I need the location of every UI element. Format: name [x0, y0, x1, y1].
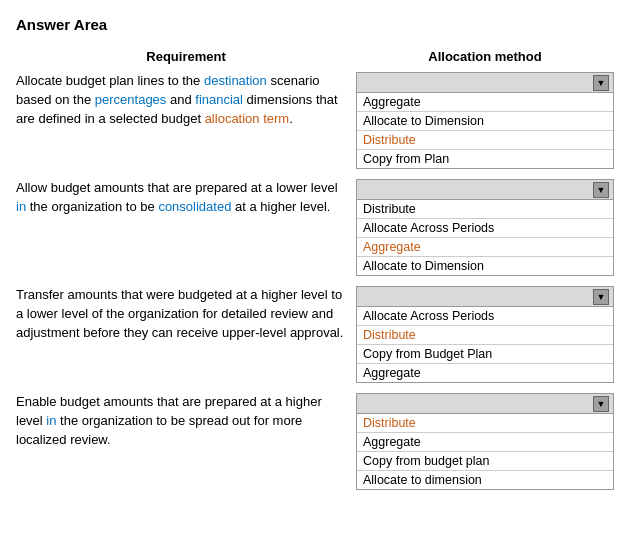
- list-item[interactable]: Allocate to dimension: [357, 471, 613, 489]
- list-item[interactable]: Distribute: [357, 414, 613, 433]
- requirement-text-2: Allow budget amounts that are prepared a…: [16, 179, 356, 217]
- list-item[interactable]: Distribute: [357, 200, 613, 219]
- page-title: Answer Area: [16, 16, 614, 33]
- dropdown-header-2[interactable]: ▼: [357, 180, 613, 200]
- list-item[interactable]: Allocate Across Periods: [357, 307, 613, 326]
- list-item[interactable]: Aggregate: [357, 433, 613, 452]
- requirement-text-3: Transfer amounts that were budgeted at a…: [16, 286, 356, 343]
- table-row: Allocate budget plan lines to the destin…: [16, 72, 614, 169]
- requirement-header: Requirement: [16, 49, 356, 64]
- requirement-text-1: Allocate budget plan lines to the destin…: [16, 72, 356, 129]
- main-layout: Requirement Allocation method Allocate b…: [16, 49, 614, 500]
- dropdown-arrow-2[interactable]: ▼: [593, 182, 609, 198]
- list-item[interactable]: Allocate Across Periods: [357, 219, 613, 238]
- list-item[interactable]: Distribute: [357, 131, 613, 150]
- column-headers: Requirement Allocation method: [16, 49, 614, 64]
- list-item[interactable]: Allocate to Dimension: [357, 257, 613, 275]
- dropdown-arrow-3[interactable]: ▼: [593, 289, 609, 305]
- allocation-dropdown-3[interactable]: ▼ Allocate Across Periods Distribute Cop…: [356, 286, 614, 383]
- table-row: Allow budget amounts that are prepared a…: [16, 179, 614, 276]
- list-item[interactable]: Copy from Plan: [357, 150, 613, 168]
- requirement-text-4: Enable budget amounts that are prepared …: [16, 393, 356, 450]
- list-item[interactable]: Copy from budget plan: [357, 452, 613, 471]
- list-item[interactable]: Distribute: [357, 326, 613, 345]
- list-item[interactable]: Aggregate: [357, 93, 613, 112]
- dropdown-arrow-1[interactable]: ▼: [593, 75, 609, 91]
- allocation-header: Allocation method: [356, 49, 614, 64]
- list-item[interactable]: Aggregate: [357, 238, 613, 257]
- dropdown-header-3[interactable]: ▼: [357, 287, 613, 307]
- table-row: Transfer amounts that were budgeted at a…: [16, 286, 614, 383]
- dropdown-arrow-4[interactable]: ▼: [593, 396, 609, 412]
- list-item[interactable]: Copy from Budget Plan: [357, 345, 613, 364]
- list-item[interactable]: Allocate to Dimension: [357, 112, 613, 131]
- list-item[interactable]: Aggregate: [357, 364, 613, 382]
- dropdown-header-4[interactable]: ▼: [357, 394, 613, 414]
- table-row: Enable budget amounts that are prepared …: [16, 393, 614, 490]
- allocation-dropdown-1[interactable]: ▼ Aggregate Allocate to Dimension Distri…: [356, 72, 614, 169]
- allocation-dropdown-4[interactable]: ▼ Distribute Aggregate Copy from budget …: [356, 393, 614, 490]
- allocation-dropdown-2[interactable]: ▼ Distribute Allocate Across Periods Agg…: [356, 179, 614, 276]
- dropdown-header-1[interactable]: ▼: [357, 73, 613, 93]
